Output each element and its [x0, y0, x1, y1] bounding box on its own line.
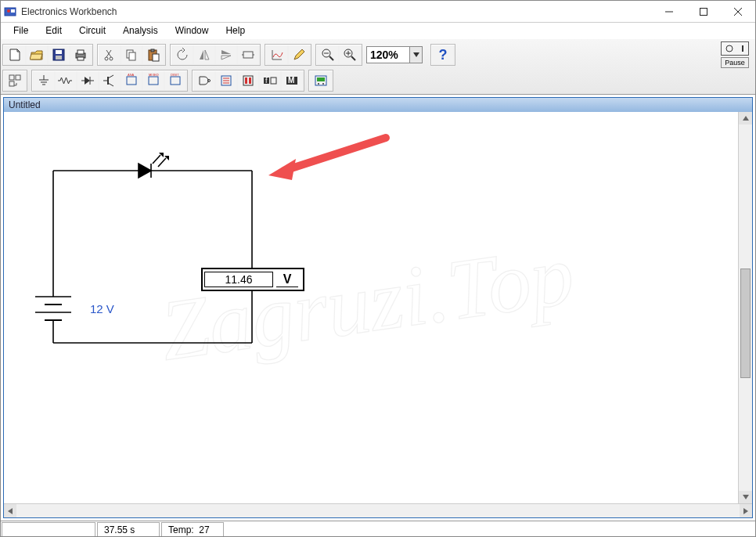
svg-rect-4: [700, 8, 707, 15]
print-button[interactable]: [70, 45, 91, 64]
svg-text:M: M: [288, 76, 294, 85]
menu-file[interactable]: File: [5, 23, 36, 38]
svg-line-47: [108, 83, 113, 86]
statusbar: 37.55 s Temp: 27: [1, 521, 755, 537]
svg-rect-36: [9, 81, 14, 86]
status-cell-empty: [2, 522, 95, 537]
resistor-icon[interactable]: [56, 71, 76, 90]
svg-rect-20: [151, 49, 154, 52]
pause-button[interactable]: Pause: [721, 57, 749, 68]
help-button[interactable]: ?: [433, 45, 453, 64]
document-titlebar: Untitled: [4, 98, 752, 112]
battery-label: 12 V: [90, 302, 114, 315]
status-time: 37.55 s: [97, 522, 160, 537]
digital-ic-icon[interactable]: DIGIT: [165, 71, 185, 90]
svg-text:DIGIT: DIGIT: [171, 74, 179, 77]
graph-button[interactable]: [267, 45, 287, 64]
close-button[interactable]: [721, 1, 755, 23]
save-button[interactable]: [49, 45, 69, 64]
zoom-select[interactable]: 120%: [366, 46, 423, 63]
minimize-button[interactable]: [652, 1, 686, 23]
zoom-out-button[interactable]: [318, 45, 338, 64]
scroll-left-icon[interactable]: [4, 504, 16, 517]
svg-rect-34: [9, 75, 14, 80]
svg-point-32: [726, 45, 733, 52]
document-title: Untitled: [9, 99, 41, 110]
copy-button[interactable]: [121, 45, 142, 64]
document-frame: Untitled Zagruzi.Top: [3, 97, 753, 518]
svg-rect-21: [153, 54, 159, 61]
svg-rect-59: [243, 76, 253, 85]
svg-rect-2: [11, 9, 15, 13]
chevron-down-icon: [409, 47, 422, 63]
menu-analysis[interactable]: Analysis: [115, 23, 166, 38]
svg-rect-61: [249, 77, 251, 84]
svg-point-70: [322, 83, 324, 85]
scrollbar-horizontal[interactable]: [4, 503, 752, 517]
indicators-icon[interactable]: f: [260, 71, 280, 90]
svg-rect-9: [56, 56, 62, 59]
svg-point-16: [110, 57, 113, 60]
power-switch[interactable]: [721, 41, 749, 56]
svg-rect-60: [245, 77, 247, 84]
analog-ic-icon[interactable]: ANA: [121, 71, 142, 90]
svg-text:ANA: ANA: [128, 74, 135, 77]
svg-rect-48: [127, 77, 136, 85]
svg-text:MIXED: MIXED: [149, 74, 159, 77]
gate-icon[interactable]: [194, 71, 214, 90]
open-button[interactable]: [27, 45, 47, 64]
cut-button[interactable]: [99, 45, 120, 64]
svg-point-1: [7, 9, 10, 13]
display-icon[interactable]: [238, 71, 258, 90]
diode-icon[interactable]: [77, 71, 98, 90]
flipflop-icon[interactable]: [216, 71, 236, 90]
svg-rect-12: [77, 57, 84, 60]
menu-edit[interactable]: Edit: [38, 23, 70, 38]
misc-icon[interactable]: M: [282, 71, 302, 90]
svg-line-86: [284, 138, 386, 171]
menu-circuit[interactable]: Circuit: [71, 23, 113, 38]
svg-point-69: [318, 83, 319, 85]
subcircuit-button[interactable]: [238, 45, 258, 64]
toolbar-area: 120% ? Pause: [1, 38, 755, 95]
ground-icon[interactable]: [34, 71, 54, 90]
menubar: File Edit Circuit Analysis Window Help: [1, 23, 755, 38]
rotate-left-button[interactable]: [172, 45, 193, 64]
zoom-value: 120%: [370, 49, 398, 61]
instruments-icon[interactable]: [311, 71, 331, 90]
maximize-button[interactable]: [686, 1, 721, 23]
voltmeter-reading: 11.46: [204, 272, 273, 287]
svg-line-74: [153, 155, 160, 164]
svg-rect-64: [271, 77, 276, 84]
svg-point-54: [208, 80, 211, 82]
circuit-canvas[interactable]: Zagruzi.Top: [4, 112, 738, 503]
new-button[interactable]: [5, 45, 25, 64]
scroll-right-icon[interactable]: [740, 504, 752, 517]
svg-rect-8: [56, 50, 62, 54]
components-button[interactable]: [5, 71, 25, 90]
svg-line-29: [351, 56, 355, 60]
paste-button[interactable]: [143, 45, 164, 64]
mixed-ic-icon[interactable]: MIXED: [143, 71, 164, 90]
scrollbar-vertical[interactable]: [738, 112, 752, 503]
svg-rect-68: [317, 77, 325, 81]
transistor-icon[interactable]: [99, 71, 120, 90]
svg-line-75: [158, 158, 166, 167]
titlebar: Electronics Workbench: [1, 1, 755, 23]
svg-rect-22: [243, 52, 253, 58]
voltmeter[interactable]: 11.46 V: [201, 268, 304, 291]
flip-h-button[interactable]: [194, 45, 214, 64]
flip-v-button[interactable]: [216, 45, 236, 64]
svg-rect-18: [129, 52, 135, 60]
menu-help[interactable]: Help: [218, 23, 253, 38]
window-title: Electronics Workbench: [21, 6, 652, 17]
menu-window[interactable]: Window: [167, 23, 217, 38]
arrow-annotation: [265, 132, 398, 189]
scroll-up-icon[interactable]: [739, 112, 752, 124]
svg-point-15: [105, 57, 108, 60]
edit-button[interactable]: [289, 45, 309, 64]
voltmeter-unit: V: [276, 272, 298, 287]
scroll-down-icon[interactable]: [739, 491, 752, 503]
zoom-in-button[interactable]: [340, 45, 360, 64]
scroll-thumb[interactable]: [740, 268, 751, 378]
